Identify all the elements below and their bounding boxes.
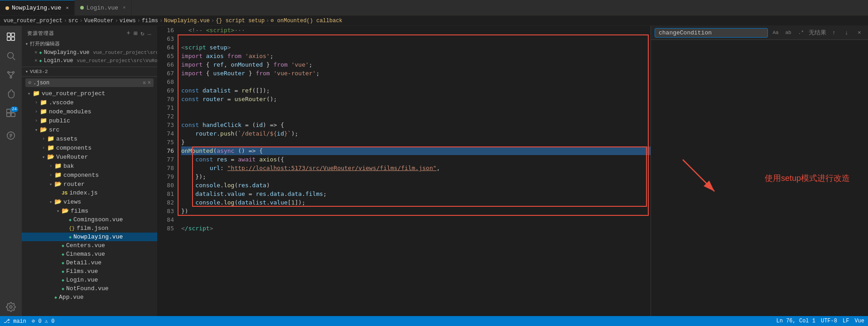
regex-btn[interactable]: .* (796, 28, 806, 38)
tree-item-vscode[interactable]: › 📁 .vscode (22, 98, 157, 107)
tree-item-assets[interactable]: › 📁 assets (22, 134, 157, 143)
status-line-ending[interactable]: LF (843, 318, 849, 324)
tree-item-components[interactable]: › 📁 components (22, 143, 157, 152)
ln-77: 77 (158, 155, 178, 164)
activity-ai-icon[interactable] (2, 127, 20, 145)
search-input[interactable] (659, 29, 764, 36)
tree-item-comingsoon[interactable]: ◆ Comingsoon.vue (22, 215, 157, 224)
tree-item-film-json[interactable]: {} film.json (22, 224, 157, 233)
tree-item-views[interactable]: ▾ 📂 views (22, 197, 157, 206)
filter-icon: ⊘ (28, 79, 31, 86)
expand-arrow: ▾ (33, 127, 40, 133)
tree-item-nowplaying[interactable]: ◆ Nowplaying.vue (22, 233, 157, 241)
whole-word-btn[interactable]: ab (783, 28, 793, 38)
activity-search-icon[interactable] (2, 47, 20, 65)
js-icon: JS (62, 190, 68, 196)
tree-item-components2[interactable]: › 📁 components (22, 170, 157, 180)
tab-nowplaying[interactable]: Nowplaying.vue × (0, 0, 75, 15)
tab-login-close[interactable]: × (123, 5, 126, 10)
nav-down-btn[interactable]: ↓ (842, 28, 852, 38)
close-icon-2[interactable]: × (34, 58, 38, 63)
tree-item-router[interactable]: ▾ 📂 router (22, 180, 157, 189)
tab-login-label: Login.vue (87, 5, 118, 11)
folder-icon: 📁 (47, 144, 54, 151)
tree-item-label: vue_router_project (42, 90, 105, 97)
tree-item-vue-router-project[interactable]: ▾ 📁 vue_router_project (22, 89, 157, 98)
tree-item-src[interactable]: ▾ 📂 src (22, 125, 157, 134)
activity-files-icon[interactable] (2, 28, 20, 46)
filter-bar: ⊘ ≡ × (25, 78, 154, 87)
sidebar-new-file-icon[interactable]: + (126, 29, 130, 37)
code-lines-container: <!-- <script>··· <script setup> import a… (178, 26, 651, 316)
folder-icon: 📂 (47, 153, 54, 161)
ln-16: 16 (158, 26, 178, 34)
filter-close[interactable]: × (148, 80, 151, 86)
tree-item-cinemas[interactable]: ◆ Cinemas.vue (22, 250, 157, 258)
svg-rect-3 (11, 37, 14, 40)
code-line-75: } (181, 138, 651, 146)
activity-debug-icon[interactable] (2, 85, 20, 103)
tree-item-notfound[interactable]: ◆ NotFound.vue (22, 284, 157, 293)
activity-extensions-icon[interactable]: 24 (2, 104, 20, 122)
extensions-badge: 24 (10, 107, 18, 112)
status-branch[interactable]: ⎇ main (4, 318, 26, 325)
tree-item-detail[interactable]: ◆ Detail.vue (22, 258, 157, 267)
breadcrumb-item-8[interactable]: ⊘ onMounted() callback (270, 17, 342, 24)
close-icon-1[interactable]: × (34, 50, 38, 55)
case-sensitive-btn[interactable]: Aa (771, 28, 781, 38)
tree-item-label: node_modules (49, 108, 92, 115)
activity-source-icon[interactable] (2, 66, 20, 84)
tree-item-login[interactable]: ◆ Login.vue (22, 276, 157, 284)
ln-67: 67 (158, 69, 178, 78)
filter-input[interactable] (33, 80, 141, 86)
open-editor-login[interactable]: × ◆ Login.vue vue_router_project\src\VuR… (22, 57, 157, 65)
tree-item-label: App.vue (59, 294, 84, 301)
tree-item-vuerouter[interactable]: ▾ 📂 VueRouter (22, 152, 157, 161)
breadcrumb-item-7[interactable]: {} script setup (216, 18, 265, 24)
nav-up-btn[interactable]: ↑ (829, 28, 839, 38)
breadcrumb-item-5[interactable]: films (142, 18, 158, 24)
status-encoding[interactable]: UTF-8 (821, 318, 837, 324)
open-editor-nowplaying[interactable]: × ◆ Nowplaying.vue vue_router_project\sr… (22, 49, 157, 57)
status-language[interactable]: Vue (854, 318, 864, 324)
activity-settings-icon[interactable] (2, 298, 20, 316)
close-search-btn[interactable]: × (854, 28, 864, 38)
breadcrumb-item-4[interactable]: views (120, 18, 136, 24)
tree-item-node-modules[interactable]: › 📁 node_modules (22, 107, 157, 116)
status-position[interactable]: Ln 76, Col 1 (776, 318, 815, 324)
sidebar-new-folder-icon[interactable]: ⊞ (134, 29, 138, 37)
tab-login[interactable]: Login.vue × (75, 0, 132, 15)
breadcrumb-item-6[interactable]: Nowplaying.vue (164, 18, 210, 24)
tree-item-index-js[interactable]: JS index.js (22, 189, 157, 197)
expand-arrow: ▾ (47, 199, 54, 205)
annotation-text: 使用setup模式进行改造 (765, 173, 850, 184)
status-errors[interactable]: ⊘ 0 ⚠ 0 (32, 318, 54, 325)
tree-item-bak[interactable]: › 📁 bak (22, 161, 157, 170)
ln-72: 72 (158, 112, 178, 121)
breadcrumb-item-3[interactable]: VueRouter (84, 18, 114, 24)
tree-item-label: films (71, 208, 88, 214)
tree-item-app[interactable]: ◆ App.vue (22, 293, 157, 302)
tree-item-public[interactable]: › 📁 public (22, 116, 157, 125)
tab-nowplaying-close[interactable]: × (66, 5, 69, 11)
tree-item-label: film.json (77, 225, 108, 232)
breadcrumb-item-1[interactable]: vue_router_project (4, 18, 63, 24)
tree-item-films-vue[interactable]: ◆ Films.vue (22, 267, 157, 276)
vue3-header[interactable]: ▾ VUE3-2 (22, 67, 157, 77)
open-editors-arrow: ▾ (25, 41, 28, 47)
code-line-77: const res = await axios({ (181, 155, 651, 164)
ln-65: 65 (158, 52, 178, 60)
open-editors-header[interactable]: ▾ 打开的编辑器 (22, 39, 157, 49)
vue-icon: ◆ (62, 269, 64, 274)
sidebar-refresh-icon[interactable]: ↻ (140, 29, 145, 37)
tree-item-centers[interactable]: ◆ Centers.vue (22, 241, 157, 250)
breadcrumb-item-2[interactable]: src (68, 18, 78, 24)
ln-76: 76 (158, 146, 178, 155)
expand-arrow: ▾ (40, 154, 47, 160)
code-line-72 (181, 112, 651, 121)
code-line-66: import { ref, onMounted } from 'vue'; (181, 60, 651, 69)
json-icon: {} (69, 226, 75, 231)
sidebar-more-icon[interactable]: … (148, 29, 152, 37)
ln-66: 66 (158, 60, 178, 69)
tree-item-films[interactable]: ▾ 📂 films (22, 206, 157, 215)
